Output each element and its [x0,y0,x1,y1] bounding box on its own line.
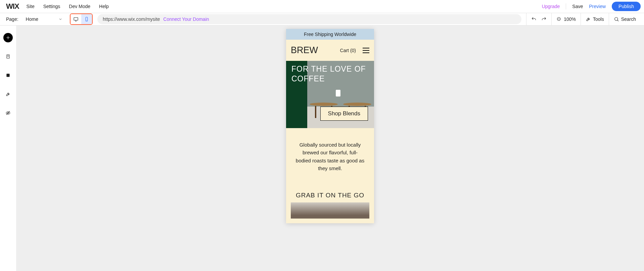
header-right: Cart (0) [340,48,369,53]
search-button[interactable]: Search [609,13,641,25]
page-icon [5,54,11,59]
menu-help[interactable]: Help [99,4,109,9]
menu-site[interactable]: Site [27,4,35,9]
left-rail [0,26,16,271]
design-button[interactable] [3,71,13,80]
svg-point-3 [614,17,617,21]
shop-blends-button[interactable]: Shop Blends [320,107,368,121]
design-icon [5,73,11,78]
toolbar: Page: Home https://www.wix.com/mysite Co… [0,13,644,26]
preview-button[interactable]: Preview [589,4,606,9]
undo-button[interactable] [526,13,541,25]
save-button[interactable]: Save [572,4,583,9]
hero-title[interactable]: FOR THE LOVE OF COFFEE [291,64,371,84]
publish-button[interactable]: Publish [612,2,641,11]
canvas[interactable]: Free Shipping Worldwide BREW Cart (0) FO… [16,26,644,271]
grab-image[interactable] [291,202,369,219]
zoom-value: 100% [564,16,576,22]
zoom-control[interactable]: 100% [551,13,581,25]
hero-cup [336,90,340,96]
hide-button[interactable] [3,108,13,118]
redo-button[interactable] [541,13,551,25]
wrench-rail-icon [5,91,11,97]
zoom-icon [556,16,562,22]
hamburger-icon [363,48,369,48]
url-bar[interactable]: https://www.wix.com/mysite Connect Your … [97,14,521,24]
intro-text[interactable]: Globally sourced but locally brewed our … [286,128,374,185]
site-brand[interactable]: BREW [291,45,318,55]
connect-domain-link[interactable]: Connect Your Domain [163,16,209,22]
hero-section[interactable]: FOR THE LOVE OF COFFEE Shop Blends [286,61,374,128]
menu-button[interactable] [363,48,369,53]
wrench-icon [586,16,591,22]
tools-button[interactable]: Tools [581,13,609,25]
promo-banner[interactable]: Free Shipping Worldwide [286,29,374,40]
plus-icon [5,35,11,40]
site-header: BREW Cart (0) [286,40,374,61]
chevron-down-icon [58,17,62,21]
page-label: Page: [6,16,18,22]
device-switch [70,13,93,25]
mobile-icon [84,16,89,22]
divider [566,3,566,9]
pages-button[interactable] [3,52,13,61]
top-right: Upgrade Save Preview Publish [542,2,641,11]
page-name: Home [26,16,38,22]
desktop-icon [73,16,79,22]
eye-off-icon [5,110,11,116]
redo-icon [541,16,547,22]
grab-heading[interactable]: GRAB IT ON THE GO [286,185,374,202]
app-bar: WIX Site Settings Dev Mode Help Upgrade … [0,0,644,13]
mobile-view-button[interactable] [81,14,92,24]
add-element-button[interactable] [3,33,13,42]
cart-link[interactable]: Cart (0) [340,48,356,53]
menu-devmode[interactable]: Dev Mode [69,4,90,9]
wix-logo: WIX [6,2,19,11]
page-selector[interactable]: Home [23,16,65,22]
menu-settings[interactable]: Settings [43,4,60,9]
toolbar-right: 100% Tools Search [526,13,641,25]
svg-rect-5 [6,74,9,77]
settings-rail-button[interactable] [3,89,13,99]
undo-icon [531,16,537,22]
site-url: https://www.wix.com/mysite [103,16,160,22]
top-menu: Site Settings Dev Mode Help [27,4,109,9]
upgrade-link[interactable]: Upgrade [542,4,560,9]
desktop-view-button[interactable] [71,14,81,24]
search-label: Search [621,16,636,22]
workspace: Free Shipping Worldwide BREW Cart (0) FO… [0,26,644,271]
search-icon [614,16,619,22]
mobile-frame: Free Shipping Worldwide BREW Cart (0) FO… [286,29,374,223]
tools-label: Tools [593,16,604,22]
svg-rect-0 [74,17,78,20]
grab-image-wrap [286,202,374,223]
